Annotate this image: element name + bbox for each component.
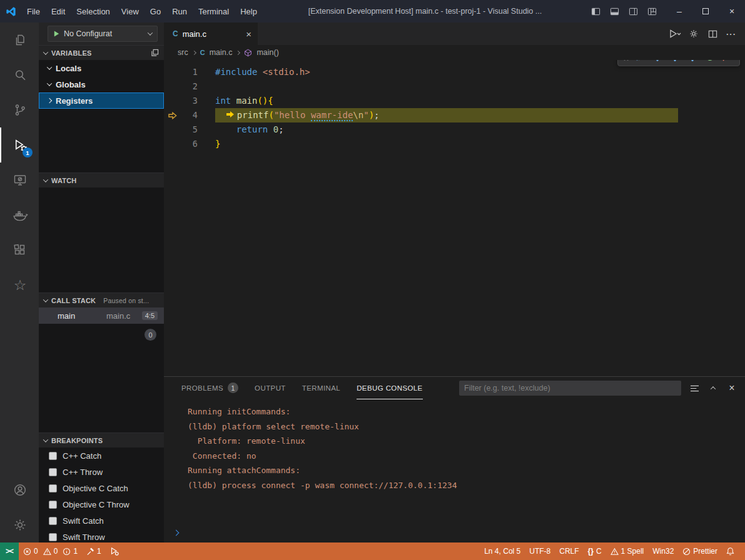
activity-accounts[interactable]: [0, 472, 39, 508]
activity-search[interactable]: [0, 58, 39, 92]
instruction-pointer-icon: [226, 111, 237, 118]
variables-item-registers[interactable]: Registers: [39, 92, 164, 109]
breadcrumb-src[interactable]: src: [178, 48, 188, 57]
breakpoints-section-header[interactable]: BREAKPOINTS: [39, 432, 164, 448]
panel-options-icon[interactable]: [687, 381, 701, 395]
breakpoint-item-objective-c-catch[interactable]: Objective C Catch: [39, 480, 164, 496]
chevron-down-icon: [43, 177, 48, 182]
panel-tab-terminal[interactable]: TERMINAL: [302, 377, 340, 399]
code-line-1[interactable]: 1#include <stdio.h>: [164, 65, 745, 79]
problems-indicator[interactable]: 0 0 1: [19, 542, 82, 560]
status-platform[interactable]: Win32: [648, 542, 678, 560]
tab-main-c[interactable]: C main.c ×: [164, 22, 258, 45]
code-line-5[interactable]: 5 return 0;: [164, 122, 745, 137]
notifications-bell[interactable]: [722, 542, 739, 560]
console-filter[interactable]: [459, 381, 681, 396]
tab-close-icon[interactable]: ×: [246, 29, 251, 39]
checkbox[interactable]: [49, 533, 57, 541]
checkbox[interactable]: [49, 484, 57, 492]
activity-explorer[interactable]: [0, 22, 39, 58]
activity-remote-explorer[interactable]: [0, 162, 39, 198]
menu-run[interactable]: Run: [166, 0, 193, 22]
menu-file[interactable]: File: [21, 0, 46, 22]
breakpoint-item-c-throw[interactable]: C++ Throw: [39, 464, 164, 480]
breakpoint-item-swift-throw[interactable]: Swift Throw: [39, 529, 164, 542]
status-language[interactable]: {} C: [584, 542, 606, 560]
variables-section-header[interactable]: VARIABLES: [39, 45, 164, 60]
debug-status[interactable]: [106, 542, 123, 560]
status-formatter[interactable]: Prettier: [678, 542, 722, 560]
menu-go[interactable]: Go: [144, 0, 166, 22]
status-line-col[interactable]: Ln 4, Col 5: [480, 542, 525, 560]
more-actions-icon[interactable]: ···: [724, 26, 739, 41]
checkbox[interactable]: [49, 501, 57, 509]
maximize-button[interactable]: [692, 0, 719, 22]
panel-tab-debug-console[interactable]: DEBUG CONSOLE: [357, 377, 423, 399]
minimize-button[interactable]: –: [666, 0, 692, 22]
restart-icon[interactable]: [702, 60, 718, 65]
collapse-all-icon[interactable]: [151, 49, 159, 57]
code-line-6[interactable]: 6}: [164, 137, 745, 151]
toggle-panel-icon[interactable]: [606, 3, 622, 19]
variables-item-locals[interactable]: Locals: [39, 60, 164, 76]
step-out-icon[interactable]: [684, 60, 701, 65]
code-line-4[interactable]: 4 printf("hello wamr-ide\n");: [164, 108, 745, 122]
disconnect-icon[interactable]: [719, 60, 736, 65]
breadcrumb-file[interactable]: main.c: [210, 48, 233, 57]
status-eol[interactable]: CRLF: [555, 542, 583, 560]
console-line: Platform: remote-linux: [188, 434, 745, 449]
code-line-3[interactable]: 3int main(){: [164, 94, 745, 108]
breakpoint-item-objective-c-throw[interactable]: Objective C Throw: [39, 496, 164, 512]
menu-terminal[interactable]: Terminal: [193, 0, 235, 22]
continue-icon[interactable]: [632, 60, 648, 65]
console-input[interactable]: [183, 528, 737, 538]
watch-body: [39, 188, 164, 292]
step-into-icon[interactable]: [667, 60, 683, 65]
panel-tab-output[interactable]: OUTPUT: [255, 377, 286, 399]
split-editor-icon[interactable]: [705, 26, 720, 41]
step-over-icon[interactable]: [649, 60, 666, 65]
activity-docker[interactable]: [0, 198, 39, 232]
checkbox[interactable]: [49, 517, 57, 525]
ports-indicator[interactable]: 1: [82, 542, 106, 560]
status-spell[interactable]: 1 Spell: [606, 542, 649, 560]
call-stack-title: CALL STACK: [51, 297, 96, 304]
activity-extensions[interactable]: [0, 232, 39, 268]
code-editor[interactable]: 1#include <stdio.h>23int main(){4 printf…: [164, 60, 745, 376]
activity-settings[interactable]: [0, 508, 39, 542]
debug-config-dropdown[interactable]: No Configurat: [48, 26, 158, 42]
menu-help[interactable]: Help: [235, 0, 263, 22]
breakpoint-item-c-catch[interactable]: C++ Catch: [39, 448, 164, 464]
gear-icon[interactable]: [686, 26, 701, 41]
stack-frame-row[interactable]: main main.c 4:5: [39, 308, 164, 324]
menu-selection[interactable]: Selection: [71, 0, 115, 22]
watch-section-header[interactable]: WATCH: [39, 172, 164, 188]
activity-source-control[interactable]: [0, 92, 39, 128]
panel-maximize-icon[interactable]: [706, 381, 720, 395]
checkbox[interactable]: [49, 452, 57, 460]
code-line-2[interactable]: 2: [164, 79, 745, 94]
remote-indicator[interactable]: ><: [0, 542, 19, 560]
breakpoint-item-swift-catch[interactable]: Swift Catch: [39, 512, 164, 529]
run-file-button[interactable]: [667, 26, 682, 41]
variables-item-globals[interactable]: Globals: [39, 76, 164, 92]
activity-star[interactable]: ☆: [0, 268, 39, 302]
customize-layout-icon[interactable]: [644, 3, 660, 19]
menu-view[interactable]: View: [116, 0, 144, 22]
status-encoding[interactable]: UTF-8: [525, 542, 555, 560]
toggle-secondary-sidebar-icon[interactable]: [625, 3, 641, 19]
panel-tab-problems[interactable]: PROBLEMS1: [181, 377, 238, 399]
search-icon: [13, 68, 28, 82]
breadcrumb-symbol[interactable]: main(): [256, 48, 278, 57]
vscode-logo-icon: [0, 6, 21, 17]
console-input-row[interactable]: [174, 528, 737, 538]
grip-icon[interactable]: [622, 60, 631, 61]
activity-run-debug[interactable]: 1: [0, 128, 39, 162]
toggle-sidebar-icon[interactable]: [587, 3, 604, 19]
call-stack-section-header[interactable]: CALL STACK Paused on st...: [39, 292, 164, 308]
checkbox[interactable]: [49, 468, 57, 476]
close-window-button[interactable]: ×: [719, 0, 745, 22]
menu-edit[interactable]: Edit: [46, 0, 71, 22]
filter-input[interactable]: [459, 384, 681, 392]
panel-close-icon[interactable]: ×: [725, 381, 739, 395]
